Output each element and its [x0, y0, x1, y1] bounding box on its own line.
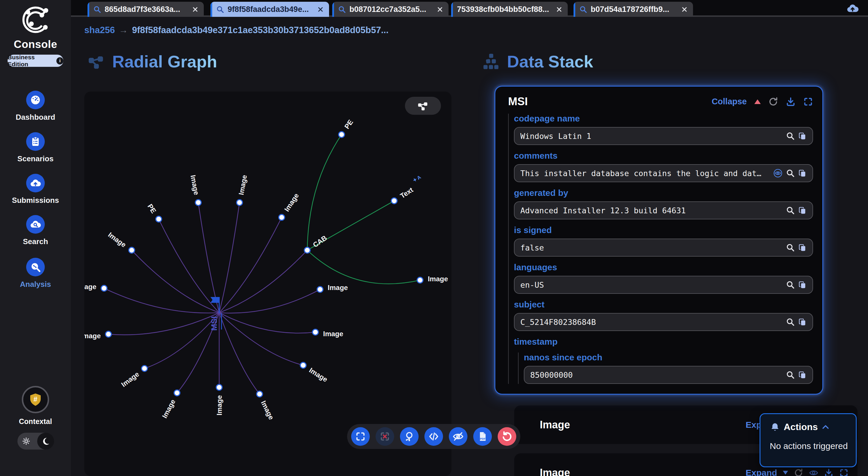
copy-icon[interactable] — [798, 206, 807, 215]
close-icon[interactable] — [437, 6, 443, 13]
copy-icon[interactable] — [798, 132, 807, 140]
tab-2[interactable]: b087012cc7a352a5... — [332, 2, 448, 17]
expand-icon[interactable] — [803, 97, 813, 107]
refresh-icon[interactable] — [794, 468, 803, 476]
graph-node-label-image-2: Image — [237, 174, 249, 196]
tab-4[interactable]: b07d54a178726ffb9... — [574, 2, 693, 17]
search-icon[interactable] — [786, 280, 795, 289]
graph-node-image-4[interactable] — [129, 247, 134, 253]
svg-text:PE: PE — [146, 202, 158, 215]
graph-node-image-7[interactable] — [142, 366, 147, 371]
graph-node-pe-top[interactable] — [339, 132, 344, 137]
graph-edge-image-2 — [219, 202, 240, 313]
network-icon — [417, 100, 429, 112]
hide-labels-button[interactable] — [449, 427, 467, 446]
graph-node-image-2[interactable] — [237, 200, 242, 205]
graph-node-image-1[interactable] — [195, 200, 201, 205]
search-nodes-button[interactable] — [400, 427, 418, 446]
close-icon[interactable] — [317, 6, 324, 13]
eye-icon[interactable] — [773, 168, 782, 178]
info-icon: i — [56, 57, 63, 65]
graph-node-image-11[interactable] — [300, 362, 306, 368]
cloud-upload-icon[interactable] — [844, 2, 861, 16]
close-icon[interactable] — [556, 6, 562, 13]
field-value-box[interactable]: This installer database contains the log… — [514, 164, 813, 182]
graph-node-label-image-11: Image — [308, 366, 329, 384]
radial-graph-canvas[interactable]: MSIPETextAImageCABImageImageImagePEImage… — [84, 92, 452, 476]
radial-graph-icon — [87, 53, 105, 71]
copy-icon[interactable] — [798, 169, 807, 178]
graph-node-image-13[interactable] — [312, 329, 318, 335]
field-value-box[interactable]: Advanced Installer 12.3 build 64631 — [514, 201, 813, 219]
expand-button[interactable]: Expand — [746, 468, 777, 476]
graph-node-image-8[interactable] — [174, 390, 180, 396]
graph-node-label-image-8: Image — [160, 398, 177, 420]
field-value-box[interactable]: false — [514, 239, 813, 257]
copy-icon[interactable] — [798, 318, 807, 326]
graph-edge-image-6 — [108, 313, 219, 335]
code-view-button[interactable] — [425, 427, 443, 446]
graph-center-label: MSI — [210, 316, 219, 331]
sidebar-item-analysis[interactable]: Analysis — [0, 258, 71, 289]
svg-text:Image: Image — [160, 398, 177, 420]
fullscreen-button[interactable] — [351, 427, 370, 446]
download-icon[interactable] — [824, 468, 833, 476]
search-icon[interactable] — [786, 243, 795, 252]
copy-icon[interactable] — [798, 244, 807, 252]
export-pdf-button[interactable]: PDF — [473, 427, 492, 446]
graph-node-image-6[interactable] — [105, 331, 111, 337]
reset-view-button[interactable] — [498, 427, 516, 446]
close-icon[interactable] — [681, 6, 688, 13]
close-icon[interactable] — [192, 6, 198, 13]
graph-node-image-10[interactable] — [257, 391, 262, 397]
collapse-triangle-icon[interactable] — [754, 99, 761, 104]
field-value-box[interactable]: C_5214F80238684B — [514, 313, 813, 331]
sidebar-item-label: Dashboard — [0, 113, 71, 122]
field-generated-by: generated by Advanced Installer 12.3 bui… — [514, 188, 813, 219]
sidebar-item-dashboard[interactable]: Dashboard — [0, 91, 71, 122]
breadcrumb-hash[interactable]: 9f8f58faadcda3b49e371c1ae353b30b3713652b… — [132, 25, 389, 35]
search-icon[interactable] — [786, 318, 795, 326]
search-icon[interactable] — [786, 371, 795, 379]
edition-badge[interactable]: Business Edition i — [7, 55, 63, 67]
graph-node-text[interactable] — [391, 198, 397, 204]
app-title: Console — [0, 38, 71, 51]
sidebar-item-submissions[interactable]: Submissions — [0, 174, 71, 205]
graph-node-image-3[interactable] — [279, 215, 285, 220]
eye-icon[interactable] — [809, 468, 818, 476]
expand-icon[interactable] — [839, 468, 848, 476]
graph-node-image-12[interactable] — [317, 287, 323, 292]
chevron-up-icon[interactable] — [821, 423, 830, 432]
graph-node-pe-left[interactable] — [156, 216, 162, 222]
sidebar-item-search[interactable]: Search — [0, 215, 71, 246]
field-value-box[interactable]: en-US — [514, 276, 813, 294]
avatar[interactable] — [22, 386, 49, 413]
tab-1[interactable]: 9f8f58faadcda3b49e... — [211, 2, 329, 17]
svg-text:Text: Text — [399, 186, 414, 200]
refresh-icon[interactable] — [768, 97, 778, 107]
graph-type-button[interactable] — [405, 97, 441, 115]
tab-label: 9f8f58faadcda3b49e... — [227, 5, 314, 14]
field-value: 850000000 — [530, 371, 786, 380]
graph-node-image-9[interactable] — [216, 384, 222, 390]
moon-icon — [37, 433, 54, 449]
search-icon[interactable] — [786, 169, 795, 178]
graph-node-image-5[interactable] — [101, 285, 107, 291]
download-icon[interactable] — [786, 97, 796, 107]
tab-0[interactable]: 865d8ad7f3e3663a... — [88, 2, 204, 17]
field-value-box[interactable]: 850000000 — [524, 366, 813, 384]
graph-node-cab[interactable] — [304, 247, 310, 253]
expand-triangle-icon[interactable] — [783, 471, 788, 475]
collapse-button[interactable]: Collapse — [712, 97, 747, 106]
actions-popup: Actions No actions triggered — [760, 413, 857, 467]
tab-3[interactable]: 753938cfb0b4bb50cf88... — [451, 2, 568, 17]
copy-icon[interactable] — [798, 281, 807, 289]
graph-node-image-r[interactable] — [417, 277, 423, 283]
field-subject: subject C_5214F80238684B — [514, 299, 813, 331]
copy-icon[interactable] — [798, 371, 807, 379]
field-value-box[interactable]: Windows Latin 1 — [514, 127, 813, 145]
search-icon[interactable] — [786, 206, 795, 215]
theme-toggle[interactable] — [18, 433, 54, 449]
search-icon[interactable] — [786, 132, 795, 140]
sidebar-item-scenarios[interactable]: Scenarios — [0, 132, 71, 163]
